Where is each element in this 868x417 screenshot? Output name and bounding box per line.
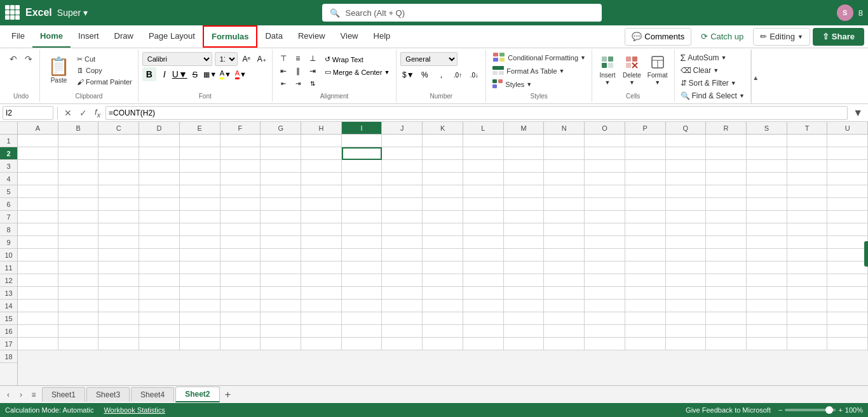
col-header-Q[interactable]: Q — [666, 122, 707, 134]
cell-K3[interactable] — [423, 160, 463, 173]
cell-R2[interactable] — [706, 147, 747, 160]
cell-F1[interactable] — [220, 135, 261, 147]
insert-cells-button[interactable]: Insert ▼ — [596, 52, 619, 88]
cell-L2[interactable] — [463, 147, 504, 160]
cell-E1[interactable] — [180, 135, 220, 147]
font-size-select[interactable]: 11 — [215, 52, 238, 66]
align-center-button[interactable]: ∥ — [291, 65, 305, 77]
cell-J2[interactable] — [382, 147, 423, 160]
cell-L3[interactable] — [463, 160, 504, 173]
percent-button[interactable]: % — [417, 68, 432, 82]
cell-L4[interactable] — [463, 173, 504, 185]
row-header-3[interactable]: 3 — [0, 160, 17, 173]
col-header-J[interactable]: J — [382, 122, 423, 134]
cell-H1[interactable] — [301, 135, 342, 147]
cell-T2[interactable] — [787, 147, 828, 160]
cell-Q1[interactable] — [666, 135, 707, 147]
wrap-text-button[interactable]: ↺ Wrap Text — [322, 53, 393, 65]
font-face-select[interactable]: Calibri — [142, 52, 212, 66]
align-top-button[interactable]: ⊤ — [276, 52, 290, 64]
cell-I3[interactable] — [342, 160, 383, 173]
row-header-17[interactable]: 17 — [0, 338, 17, 350]
row-header-10[interactable]: 10 — [0, 249, 17, 261]
tab-page-layout[interactable]: Page Layout — [141, 25, 203, 48]
cell-O2[interactable] — [585, 147, 625, 160]
format-painter-button[interactable]: 🖌 Format Painter — [75, 76, 134, 88]
formula-fx-button[interactable]: fx — [92, 107, 103, 119]
row-header-18[interactable]: 18 — [0, 350, 17, 363]
row-header-5[interactable]: 5 — [0, 185, 17, 198]
format-cells-button[interactable]: Format ▼ — [645, 52, 670, 88]
cell-F4[interactable] — [220, 173, 261, 185]
cell-M2[interactable] — [504, 147, 545, 160]
redo-button[interactable]: ↷ — [22, 52, 36, 66]
col-header-K[interactable]: K — [423, 122, 463, 134]
row-header-4[interactable]: 4 — [0, 173, 17, 185]
formula-expand-button[interactable]: ▼ — [850, 107, 865, 119]
zoom-thumb[interactable] — [825, 406, 833, 414]
col-header-A[interactable]: A — [18, 122, 58, 134]
cell-G4[interactable] — [261, 173, 301, 185]
cell-S3[interactable] — [747, 160, 787, 173]
cell-U4[interactable] — [827, 173, 868, 185]
find-select-button[interactable]: 🔍 Find & Select ▼ — [679, 90, 747, 102]
side-scroll-indicator[interactable] — [864, 241, 868, 267]
cell-J1[interactable] — [382, 135, 423, 147]
ribbon-collapse-button[interactable]: ▲ — [751, 50, 760, 104]
cell-U1[interactable] — [827, 135, 868, 147]
autosum-button[interactable]: Σ AutoSum ▼ — [679, 52, 729, 63]
tab-formulas[interactable]: Formulas — [203, 25, 258, 48]
tab-data[interactable]: Data — [257, 25, 290, 48]
cell-B4[interactable] — [58, 173, 99, 185]
text-direction-button[interactable]: ⇅ — [306, 77, 320, 89]
cell-M3[interactable] — [504, 160, 545, 173]
increase-indent-button[interactable]: ⇥ — [291, 77, 305, 89]
cell-T1[interactable] — [787, 135, 828, 147]
sheet-add-button[interactable]: + — [221, 388, 235, 402]
col-header-T[interactable]: T — [787, 122, 828, 134]
cell-D4[interactable] — [139, 173, 180, 185]
merge-center-button[interactable]: ▭ Merge & Center ▼ — [322, 66, 393, 78]
format-as-table-button[interactable]: Format As Table▼ — [490, 65, 566, 77]
border-button[interactable]: ▦▼ — [203, 67, 217, 81]
sheet-tab-sheet4[interactable]: Sheet4 — [131, 387, 174, 402]
fill-color-button[interactable]: A ▼ — [219, 67, 233, 81]
decrease-indent-button[interactable]: ⇤ — [276, 77, 290, 89]
cell-D3[interactable] — [139, 160, 180, 173]
cell-A5[interactable] — [18, 185, 58, 198]
tab-insert[interactable]: Insert — [71, 25, 107, 48]
col-header-N[interactable]: N — [544, 122, 585, 134]
cell-G1[interactable] — [261, 135, 301, 147]
cell-H2[interactable] — [301, 147, 342, 160]
decrease-font-button[interactable]: A₊ — [255, 53, 268, 65]
cell-N4[interactable] — [544, 173, 585, 185]
comments-button[interactable]: 💬 Comments — [625, 28, 691, 46]
cell-D1[interactable] — [139, 135, 180, 147]
cell-R3[interactable] — [706, 160, 747, 173]
cell-A2[interactable] — [18, 147, 58, 160]
cell-E3[interactable] — [180, 160, 220, 173]
cell-C1[interactable] — [98, 135, 139, 147]
col-header-H[interactable]: H — [301, 122, 342, 134]
number-format-select[interactable]: General — [400, 52, 458, 66]
col-header-P[interactable]: P — [625, 122, 666, 134]
formula-cancel-button[interactable]: ✕ — [62, 108, 74, 118]
cell-styles-button[interactable]: Styles▼ — [490, 79, 534, 90]
cell-K2[interactable] — [423, 147, 463, 160]
editing-button[interactable]: ✏ Editing ▼ — [753, 28, 810, 46]
cell-N1[interactable] — [544, 135, 585, 147]
cell-G3[interactable] — [261, 160, 301, 173]
workbook-stats-button[interactable]: Workbook Statistics — [104, 406, 165, 414]
cell-A4[interactable] — [18, 173, 58, 185]
col-header-G[interactable]: G — [261, 122, 301, 134]
italic-button[interactable]: I — [158, 67, 172, 81]
cell-F2[interactable] — [220, 147, 261, 160]
cell-R1[interactable] — [706, 135, 747, 147]
tab-view[interactable]: View — [333, 25, 366, 48]
cell-B1[interactable] — [58, 135, 99, 147]
copy-button[interactable]: 🗓 Copy — [75, 65, 134, 76]
cut-button[interactable]: ✂ Cut — [75, 53, 134, 65]
cell-P4[interactable] — [625, 173, 666, 185]
row-header-16[interactable]: 16 — [0, 325, 17, 338]
cell-N2[interactable] — [544, 147, 585, 160]
